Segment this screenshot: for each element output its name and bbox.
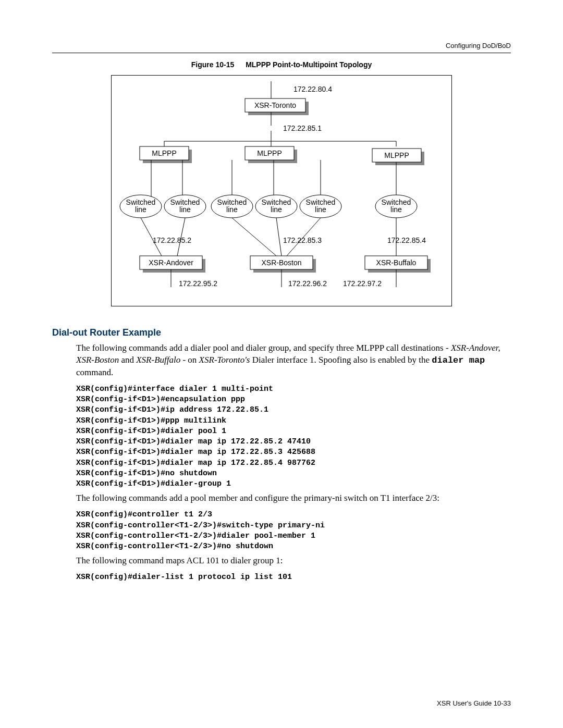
svg-line-40 (276, 218, 282, 256)
svg-line-39 (232, 218, 276, 256)
svg-text:line: line (315, 205, 326, 214)
page-footer: XSR User's Guide 10-33 (437, 699, 511, 707)
svg-text:line: line (226, 205, 238, 214)
mlppp-label-1: MLPPP (257, 149, 282, 157)
mlppp-label-0: MLPPP (152, 149, 176, 157)
spoke1-dialer-ip: 172.22.85.3 (283, 236, 322, 244)
spoke1-name: XSR-Boston (261, 258, 301, 267)
spoke2-dialer-ip: 172.22.85.4 (387, 236, 426, 244)
figure-number: Figure 10-15 (191, 60, 234, 69)
svg-text:line: line (179, 205, 191, 214)
switched-line-0b: line (135, 205, 146, 214)
hub-wan-ip: 172.22.80.4 (293, 85, 332, 93)
spoke0-name: XSR-Andover (149, 258, 193, 267)
code-block-1: XSR(config)#interface dialer 1 multi-poi… (76, 384, 511, 490)
intro-paragraph: The following commands add a dialer pool… (76, 342, 511, 379)
hub-name: XSR-Toronto (254, 101, 296, 109)
spoke2-lan-ip: 172.22.97.2 (343, 279, 382, 288)
code-block-2: XSR(config)#controller t1 2/3 XSR(config… (76, 510, 511, 552)
para-3: The following command maps ACL 101 to di… (76, 555, 511, 567)
figure-title: MLPPP Point-to-Multipoint Topology (246, 60, 372, 69)
figure-caption: Figure 10-15 MLPPP Point-to-Multipoint T… (52, 60, 511, 69)
page-header: Configuring DoD/BoD (52, 42, 511, 50)
para-2: The following commands add a pool member… (76, 492, 511, 504)
spoke1-lan-ip: 172.22.96.2 (288, 279, 327, 288)
svg-text:line: line (390, 205, 402, 214)
header-rule (52, 53, 511, 53)
topology-diagram: 172.22.80.4 XSR-Toronto 172.22.85.1 (111, 75, 452, 306)
spoke0-dialer-ip: 172.22.85.2 (153, 236, 191, 244)
hub-dialer-ip: 172.22.85.1 (283, 124, 322, 132)
spoke0-lan-ip: 172.22.95.2 (179, 279, 217, 288)
section-heading: Dial-out Router Example (52, 327, 511, 338)
svg-text:line: line (271, 205, 282, 214)
spoke2-name: XSR-Buffalo (376, 258, 417, 267)
code-block-3: XSR(config)#dialer-list 1 protocol ip li… (76, 572, 511, 583)
mlppp-label-2: MLPPP (384, 151, 409, 159)
